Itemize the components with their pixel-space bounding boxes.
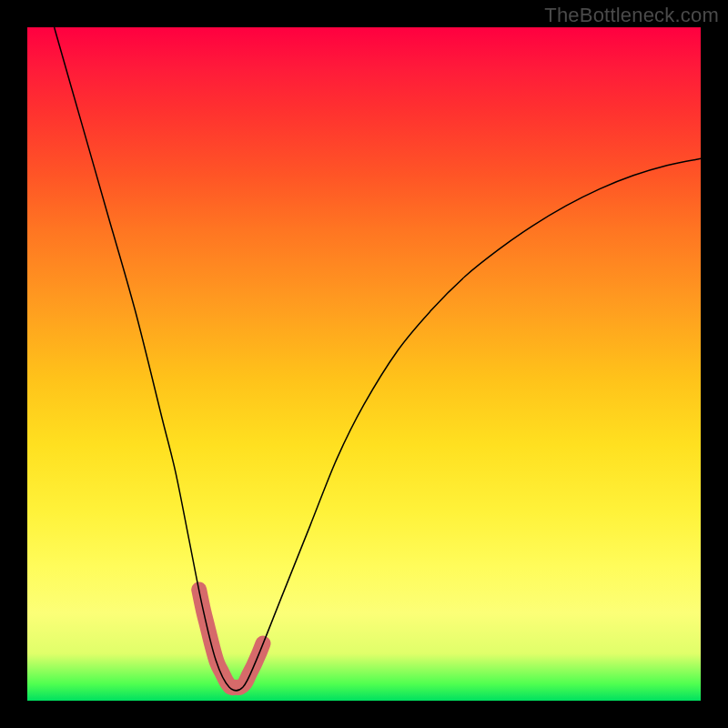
plot-area <box>27 27 701 701</box>
bottleneck-curve-highlight <box>199 590 263 688</box>
outer-frame: TheBottleneck.com <box>0 0 728 728</box>
curve-svg <box>27 27 701 701</box>
bottleneck-curve <box>55 27 701 691</box>
watermark-text: TheBottleneck.com <box>544 4 719 27</box>
